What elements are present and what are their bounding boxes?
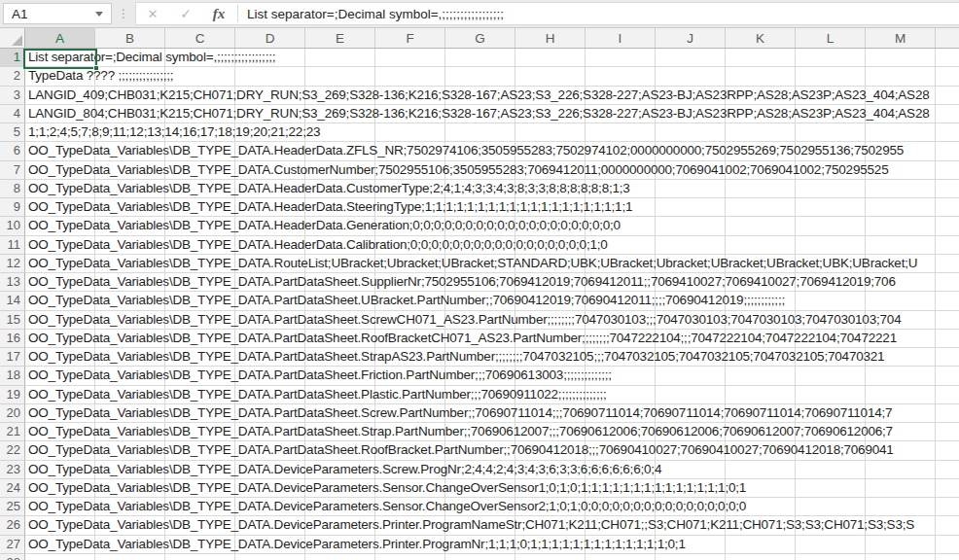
insert-function-icon[interactable]: fx bbox=[202, 6, 235, 22]
row-header-14[interactable]: 14 bbox=[0, 292, 25, 310]
table-row: 12OO_TypeData_Variables\DB_TYPE_DATA.Rou… bbox=[0, 255, 959, 273]
row-header-23[interactable]: 23 bbox=[0, 461, 25, 479]
select-all-button[interactable] bbox=[0, 28, 25, 49]
row-header-19[interactable]: 19 bbox=[0, 386, 25, 404]
column-headers: ABCDEFGHIJKLM bbox=[0, 28, 959, 49]
formula-bar-panel: ✕ ✓ fx List separator=;Decimal symbol=,;… bbox=[135, 2, 959, 25]
cell-A25[interactable]: OO_TypeData_Variables\DB_TYPE_DATA.Devic… bbox=[25, 498, 959, 516]
cell-A9[interactable]: OO_TypeData_Variables\DB_TYPE_DATA.Heade… bbox=[25, 198, 959, 217]
row-header-5[interactable]: 5 bbox=[0, 123, 25, 142]
column-header-D[interactable]: D bbox=[235, 28, 305, 49]
column-header-B[interactable]: B bbox=[95, 28, 165, 49]
formula-input[interactable]: List separator=;Decimal symbol=,;;;;;;;;… bbox=[240, 7, 959, 21]
name-box-dropdown-icon[interactable] bbox=[95, 12, 103, 17]
cell-A23[interactable]: OO_TypeData_Variables\DB_TYPE_DATA.Devic… bbox=[25, 461, 959, 479]
table-row: 19OO_TypeData_Variables\DB_TYPE_DATA.Par… bbox=[0, 386, 959, 404]
row-header-24[interactable]: 24 bbox=[0, 479, 25, 498]
row-header-26[interactable]: 26 bbox=[0, 516, 25, 535]
table-row: 26OO_TypeData_Variables\DB_TYPE_DATA.Dev… bbox=[0, 516, 959, 535]
column-header-M[interactable]: M bbox=[866, 28, 936, 49]
column-header-C[interactable]: C bbox=[165, 28, 235, 49]
row-header-1[interactable]: 1 bbox=[0, 49, 25, 67]
table-row: 28 bbox=[0, 554, 959, 560]
table-row: 2TypeData ???? ;;;;;;;;;;;;;;;; bbox=[0, 67, 959, 86]
row-header-15[interactable]: 15 bbox=[0, 311, 25, 330]
cell-A3[interactable]: LANGID_409;CHB031;K215;CH071;DRY_RUN;S3_… bbox=[25, 87, 959, 105]
row-header-11[interactable]: 11 bbox=[0, 236, 25, 255]
column-header-I[interactable]: I bbox=[586, 28, 656, 49]
cell-A6[interactable]: OO_TypeData_Variables\DB_TYPE_DATA.Heade… bbox=[25, 142, 959, 160]
cell-A11[interactable]: OO_TypeData_Variables\DB_TYPE_DATA.Heade… bbox=[25, 236, 959, 255]
column-header-E[interactable]: E bbox=[305, 28, 375, 49]
row-header-13[interactable]: 13 bbox=[0, 273, 25, 292]
row-header-7[interactable]: 7 bbox=[0, 161, 25, 180]
drag-handle-icon: ⋮ bbox=[112, 9, 135, 18]
column-header-L[interactable]: L bbox=[796, 28, 866, 49]
formula-bar: A1 ⋮ ✕ ✓ fx List separator=;Decimal symb… bbox=[0, 0, 959, 28]
cell-A24[interactable]: OO_TypeData_Variables\DB_TYPE_DATA.Devic… bbox=[25, 479, 959, 498]
column-header-partial[interactable] bbox=[936, 28, 959, 49]
enter-icon[interactable]: ✓ bbox=[169, 6, 202, 21]
name-box-value: A1 bbox=[4, 7, 95, 21]
column-header-H[interactable]: H bbox=[515, 28, 586, 49]
row-header-25[interactable]: 25 bbox=[0, 498, 25, 516]
table-row: 8OO_TypeData_Variables\DB_TYPE_DATA.Head… bbox=[0, 180, 959, 198]
spreadsheet-grid: ABCDEFGHIJKLM 1List separator=;Decimal s… bbox=[0, 28, 959, 560]
cell-A10[interactable]: OO_TypeData_Variables\DB_TYPE_DATA.Heade… bbox=[25, 217, 959, 235]
row-header-18[interactable]: 18 bbox=[0, 367, 25, 385]
cancel-icon[interactable]: ✕ bbox=[136, 7, 169, 21]
cell-A20[interactable]: OO_TypeData_Variables\DB_TYPE_DATA.PartD… bbox=[25, 404, 959, 423]
table-row: 20OO_TypeData_Variables\DB_TYPE_DATA.Par… bbox=[0, 404, 959, 423]
cell-A4[interactable]: LANGID_804;CHB031;K215;CH071;DRY_RUN;S3_… bbox=[25, 105, 959, 123]
row-header-17[interactable]: 17 bbox=[0, 348, 25, 367]
cell-A2[interactable]: TypeData ???? ;;;;;;;;;;;;;;;; bbox=[25, 67, 959, 86]
row-header-8[interactable]: 8 bbox=[0, 180, 25, 198]
cell-A22[interactable]: OO_TypeData_Variables\DB_TYPE_DATA.PartD… bbox=[25, 441, 959, 460]
row-header-27[interactable]: 27 bbox=[0, 536, 25, 554]
cell-A7[interactable]: OO_TypeData_Variables\DB_TYPE_DATA.Custo… bbox=[25, 161, 959, 180]
row-header-2[interactable]: 2 bbox=[0, 67, 25, 86]
cell-A13[interactable]: OO_TypeData_Variables\DB_TYPE_DATA.PartD… bbox=[25, 273, 959, 292]
cell-A16[interactable]: OO_TypeData_Variables\DB_TYPE_DATA.PartD… bbox=[25, 330, 959, 348]
column-header-F[interactable]: F bbox=[375, 28, 445, 49]
row-header-9[interactable]: 9 bbox=[0, 198, 25, 217]
cell-A28[interactable] bbox=[25, 554, 959, 560]
column-header-K[interactable]: K bbox=[726, 28, 796, 49]
table-row: 51;1;2;4;5;7;8;9;11;12;13;14;16;17;18;19… bbox=[0, 123, 959, 142]
table-row: 10OO_TypeData_Variables\DB_TYPE_DATA.Hea… bbox=[0, 217, 959, 235]
row-header-4[interactable]: 4 bbox=[0, 105, 25, 123]
row-header-10[interactable]: 10 bbox=[0, 217, 25, 235]
column-header-J[interactable]: J bbox=[656, 28, 726, 49]
cell-A14[interactable]: OO_TypeData_Variables\DB_TYPE_DATA.PartD… bbox=[25, 292, 959, 310]
table-row: 23OO_TypeData_Variables\DB_TYPE_DATA.Dev… bbox=[0, 461, 959, 479]
rows-container: 1List separator=;Decimal symbol=,;;;;;;;… bbox=[0, 49, 959, 560]
cell-A26[interactable]: OO_TypeData_Variables\DB_TYPE_DATA.Devic… bbox=[25, 516, 959, 535]
cell-A18[interactable]: OO_TypeData_Variables\DB_TYPE_DATA.PartD… bbox=[25, 367, 959, 385]
row-header-6[interactable]: 6 bbox=[0, 142, 25, 160]
column-header-G[interactable]: G bbox=[445, 28, 515, 49]
excel-window: A1 ⋮ ✕ ✓ fx List separator=;Decimal symb… bbox=[0, 0, 959, 560]
column-header-A[interactable]: A bbox=[25, 28, 95, 49]
cell-A17[interactable]: OO_TypeData_Variables\DB_TYPE_DATA.PartD… bbox=[25, 348, 959, 367]
formula-bar-divider bbox=[237, 5, 238, 22]
table-row: 27OO_TypeData_Variables\DB_TYPE_DATA.Dev… bbox=[0, 536, 959, 554]
cell-A8[interactable]: OO_TypeData_Variables\DB_TYPE_DATA.Heade… bbox=[25, 180, 959, 198]
row-header-3[interactable]: 3 bbox=[0, 87, 25, 105]
cell-A12[interactable]: OO_TypeData_Variables\DB_TYPE_DATA.Route… bbox=[25, 255, 959, 273]
cell-A1[interactable]: List separator=;Decimal symbol=,;;;;;;;;… bbox=[25, 49, 959, 67]
table-row: 24OO_TypeData_Variables\DB_TYPE_DATA.Dev… bbox=[0, 479, 959, 498]
row-header-21[interactable]: 21 bbox=[0, 423, 25, 441]
cell-A5[interactable]: 1;1;2;4;5;7;8;9;11;12;13;14;16;17;18;19;… bbox=[25, 123, 959, 142]
row-header-16[interactable]: 16 bbox=[0, 330, 25, 348]
table-row: 4LANGID_804;CHB031;K215;CH071;DRY_RUN;S3… bbox=[0, 105, 959, 123]
cell-A19[interactable]: OO_TypeData_Variables\DB_TYPE_DATA.PartD… bbox=[25, 386, 959, 404]
row-header-22[interactable]: 22 bbox=[0, 441, 25, 460]
cell-A21[interactable]: OO_TypeData_Variables\DB_TYPE_DATA.PartD… bbox=[25, 423, 959, 441]
cell-A27[interactable]: OO_TypeData_Variables\DB_TYPE_DATA.Devic… bbox=[25, 536, 959, 554]
row-header-12[interactable]: 12 bbox=[0, 255, 25, 273]
cell-A15[interactable]: OO_TypeData_Variables\DB_TYPE_DATA.PartD… bbox=[25, 311, 959, 330]
name-box[interactable]: A1 bbox=[3, 3, 112, 24]
table-row: 16OO_TypeData_Variables\DB_TYPE_DATA.Par… bbox=[0, 330, 959, 348]
row-header-20[interactable]: 20 bbox=[0, 404, 25, 423]
row-header-28[interactable]: 28 bbox=[0, 554, 25, 560]
